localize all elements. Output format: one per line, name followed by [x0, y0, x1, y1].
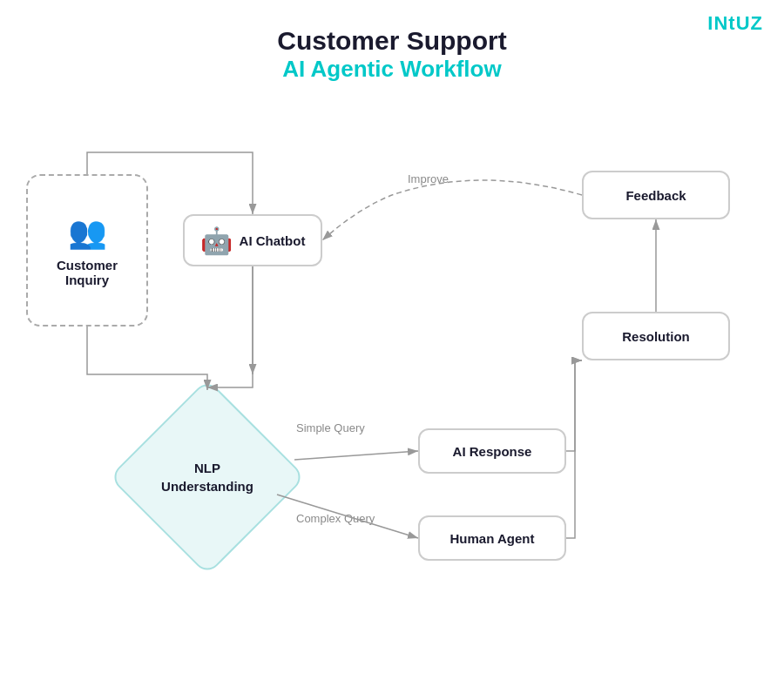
complex-query-label: Complex Query	[296, 512, 375, 525]
resolution-label: Resolution	[622, 329, 690, 344]
nlp-diamond-container: NLPUnderstanding	[120, 390, 294, 564]
title-area: Customer Support AI Agentic Workflow	[0, 26, 784, 83]
ai-chatbot-box: 🤖 AI Chatbot	[183, 214, 322, 266]
resolution-box: Resolution	[582, 312, 730, 360]
robot-icon: 🤖	[200, 226, 233, 256]
ai-chatbot-label: AI Chatbot	[240, 233, 306, 248]
page-title-sub: AI Agentic Workflow	[0, 56, 784, 83]
ai-response-box: AI Response	[418, 428, 566, 474]
feedback-label: Feedback	[625, 188, 686, 203]
users-icon: 👥	[68, 214, 107, 251]
feedback-box: Feedback	[582, 171, 730, 219]
ai-response-label: AI Response	[453, 444, 532, 459]
customer-inquiry-box: 👥 CustomerInquiry	[26, 174, 148, 327]
human-agent-box: Human Agent	[418, 515, 566, 561]
human-agent-label: Human Agent	[450, 531, 535, 546]
page-title-main: Customer Support	[0, 26, 784, 56]
improve-label: Improve	[408, 172, 449, 185]
customer-inquiry-label: CustomerInquiry	[57, 258, 118, 287]
simple-query-label: Simple Query	[296, 421, 365, 434]
nlp-label: NLPUnderstanding	[120, 390, 294, 564]
page-container: INtUZ Customer Support AI Agentic Workfl…	[0, 0, 784, 680]
